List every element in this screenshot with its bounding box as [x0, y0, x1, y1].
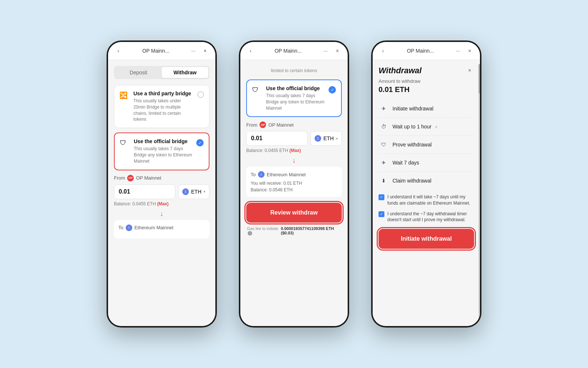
back-button-3[interactable]: ‹: [379, 46, 387, 55]
withdrawal-header: Withdrawal ×: [379, 66, 474, 75]
max-label-2[interactable]: (Max): [289, 148, 301, 153]
phone-1: ‹ OP Mainn... ··· × Deposit Withdraw 🔀 U: [107, 40, 217, 328]
arrow-down-2: ↓: [246, 157, 342, 164]
withdrawal-close-icon[interactable]: ×: [465, 66, 474, 75]
eth-icon-1: Ξ: [182, 188, 189, 195]
token-label-1: ETH: [191, 189, 201, 195]
tab-deposit-1[interactable]: Deposit: [115, 67, 162, 78]
op-mainnet-dot-2: OP: [259, 121, 266, 128]
phone-2: ‹ OP Mainn... ··· × limited to certain t…: [239, 40, 349, 328]
token-select-1[interactable]: Ξ ETH ▾: [178, 184, 209, 199]
initiate-withdrawal-button[interactable]: Initiate withdrawal: [379, 229, 474, 249]
from-text-1: From: [114, 175, 125, 181]
step-claim: ⬇ Claim withdrawal: [379, 172, 474, 190]
close-button-3[interactable]: ×: [465, 46, 474, 55]
checkbox-2[interactable]: ✓: [379, 211, 384, 217]
option-title-official: Use the official bridge: [134, 138, 193, 144]
chevron-down-icon-2: ▾: [336, 137, 338, 141]
from-section-2: From OP OP Mainnet 0.01 Ξ ETH ▾ Balance:: [246, 121, 342, 153]
tab-withdraw-1[interactable]: Withdraw: [162, 67, 208, 78]
amount-input-2[interactable]: 0.01: [246, 131, 308, 146]
from-label-2: From OP OP Mainnet: [246, 121, 342, 128]
to-text-1: To: [118, 225, 123, 230]
checkbox-1-row: ✓ I understand it will take ~7 days unti…: [379, 194, 474, 206]
checkbox-2-row: ✓ I understand the ~7 day withdrawal tim…: [379, 211, 474, 223]
menu-button-2[interactable]: ···: [321, 46, 330, 55]
step-wait-hour: ⏱ Wait up to 1 hour ↗: [379, 118, 474, 136]
from-label-1: From OP OP Mainnet: [114, 175, 209, 181]
wait7-icon: ✈: [379, 158, 389, 168]
arrow-down-1: ↓: [114, 210, 209, 218]
op-mainnet-dot-1: OP: [127, 175, 134, 181]
gas-fee-label: Gas fee to initiate i: [247, 226, 281, 236]
from-text-2: From: [246, 122, 257, 128]
close-button-1[interactable]: ×: [201, 46, 209, 55]
truncated-text: limited to certain tokens: [246, 66, 342, 76]
amount-value: 0.01 ETH: [379, 85, 474, 94]
gas-fee-value: 0.000019357741109398 ETH ($0.03): [281, 226, 341, 236]
option-third-party[interactable]: 🔀 Use a third party bridge This usually …: [114, 85, 209, 128]
option-radio-third-party[interactable]: [197, 91, 204, 98]
prove-icon: 🛡: [379, 139, 389, 150]
title-2: OP Mainn...: [275, 48, 302, 54]
option-official-bridge[interactable]: 🛡 Use the official bridge This usually t…: [114, 132, 209, 170]
amount-input-1[interactable]: 0.01: [114, 184, 175, 199]
titlebar-3: ‹ OP Mainn... ··· ×: [373, 42, 480, 60]
phone-2-content: limited to certain tokens 🛡 Use the offi…: [240, 60, 348, 326]
titlebar-1: ‹ OP Mainn... ··· ×: [108, 42, 215, 60]
steps-list: ✈ Initiate withdrawal ⏱ Wait up to 1 hou…: [379, 100, 474, 190]
from-network-1: OP Mainnet: [136, 175, 161, 181]
phone-3-content: Withdrawal × Amount to withdraw 0.01 ETH…: [373, 60, 480, 326]
titlebar-2: ‹ OP Mainn... ··· ×: [240, 42, 348, 60]
to-section-1: To Ξ Ethereum Mainnet: [114, 220, 209, 238]
amount-row-1: 0.01 Ξ ETH ▾: [114, 184, 209, 199]
token-select-2[interactable]: Ξ ETH ▾: [311, 131, 342, 146]
step-wait7-text: Wait 7 days: [392, 160, 419, 166]
eth-mainnet-dot-2: Ξ: [258, 171, 265, 178]
step-initiate: ✈ Initiate withdrawal: [379, 100, 474, 118]
title-3: OP Mainn...: [407, 48, 434, 54]
menu-button-1[interactable]: ···: [189, 46, 198, 55]
checkbox-1[interactable]: ✓: [379, 194, 384, 200]
check-icon-2: ✓: [329, 86, 336, 93]
phones-container: ‹ OP Mainn... ··· × Deposit Withdraw 🔀 U: [107, 40, 481, 328]
phone-3: ‹ OP Mainn... ··· × Withdrawal × Amount …: [371, 40, 481, 328]
title-1: OP Mainn...: [142, 48, 169, 54]
gas-fee-row: Gas fee to initiate i 0.0000193577411093…: [246, 226, 342, 236]
step-initiate-text: Initiate withdrawal: [392, 106, 433, 112]
balance-text-2: Balance: 0.0455 ETH (Max): [246, 148, 342, 153]
tab-switcher-1: Deposit Withdraw: [114, 66, 209, 79]
phone-1-content: Deposit Withdraw 🔀 Use a third party bri…: [108, 60, 215, 326]
option-desc-official: This usually takes 7 days Bridge any tok…: [134, 146, 193, 164]
to-balance-text: Balance: 0.0548 ETH: [251, 187, 337, 192]
from-network-2: OP Mainnet: [268, 122, 293, 128]
to-network-1: Ethereum Mainnet: [135, 225, 173, 230]
checkbox-1-text: I understand it will take ~7 days until …: [387, 194, 474, 206]
option-official-bridge-2[interactable]: 🛡 Use the official bridge This usually t…: [246, 79, 342, 117]
step-wait-text: Wait up to 1 hour ↗: [392, 124, 437, 130]
balance-text-1: Balance: 0.0455 ETH (Max): [114, 201, 209, 206]
amount-label: Amount to withdraw: [379, 78, 474, 84]
max-label-1[interactable]: (Max): [157, 201, 168, 206]
step-wait-7: ✈ Wait 7 days: [379, 154, 474, 172]
amount-row-2: 0.01 Ξ ETH ▾: [246, 131, 342, 146]
step-prove-text: Prove withdrawal: [392, 142, 432, 148]
back-button-2[interactable]: ‹: [246, 46, 255, 55]
withdrawal-title: Withdrawal: [379, 66, 422, 75]
scrollbar-thumb[interactable]: [478, 64, 480, 93]
external-link-icon: ↗: [434, 125, 437, 129]
scrollbar-track: [478, 64, 480, 326]
claim-icon: ⬇: [379, 176, 389, 186]
wait-icon: ⏱: [379, 121, 389, 132]
check-icon-1: ✓: [196, 139, 204, 146]
back-button-1[interactable]: ‹: [114, 46, 123, 55]
close-button-2[interactable]: ×: [333, 46, 342, 55]
option-desc-official-2: This usually takes 7 days Bridge any tok…: [266, 93, 325, 111]
review-withdraw-button[interactable]: Review withdraw: [246, 203, 342, 223]
eth-icon-2: Ξ: [315, 135, 321, 142]
to-section-2: To Ξ Ethereum Mainnet You will receive: …: [246, 167, 342, 197]
info-icon: i: [248, 231, 252, 236]
eth-mainnet-dot-1: Ξ: [126, 224, 132, 231]
menu-button-3[interactable]: ···: [453, 46, 462, 55]
from-section-1: From OP OP Mainnet 0.01 Ξ ETH ▾ Balance:: [114, 175, 209, 206]
